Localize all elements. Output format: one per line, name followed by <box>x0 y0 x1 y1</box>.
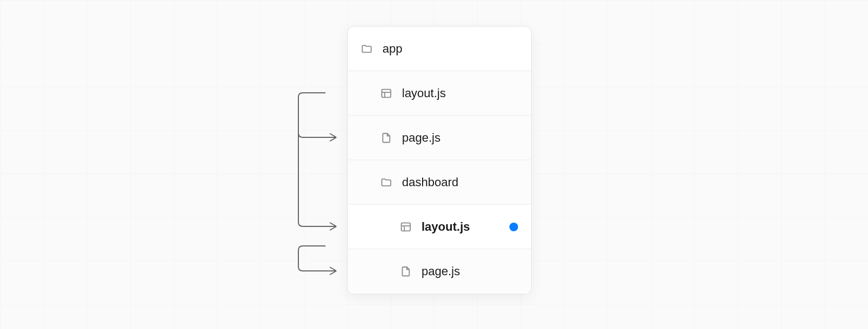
tree-item-folder-dashboard[interactable]: dashboard <box>348 160 531 205</box>
layout-icon <box>380 87 392 99</box>
file-icon <box>400 265 412 277</box>
file-icon <box>380 132 392 144</box>
tree-root[interactable]: app <box>348 27 531 71</box>
svg-rect-1 <box>401 223 411 231</box>
tree-item-layout-nested[interactable]: layout.js <box>348 205 531 249</box>
tree-item-label: layout.js <box>422 220 500 234</box>
diagram-stage: app layout.js page.js <box>0 0 868 329</box>
folder-icon <box>380 176 392 188</box>
tree-root-label: app <box>382 42 518 56</box>
tree-item-label: dashboard <box>402 175 518 189</box>
folder-icon <box>361 43 373 55</box>
tree-item-page-nested[interactable]: page.js <box>348 249 531 294</box>
active-dot-icon <box>509 223 518 231</box>
svg-rect-0 <box>382 89 391 97</box>
tree-item-label: page.js <box>402 131 518 145</box>
tree-item-label: page.js <box>422 264 518 279</box>
connector-arrows <box>293 26 347 298</box>
layout-icon <box>400 221 412 233</box>
tree-item-layout[interactable]: layout.js <box>348 71 531 116</box>
tree-item-label: layout.js <box>402 86 518 100</box>
file-tree-panel: app layout.js page.js <box>347 26 532 294</box>
tree-item-page[interactable]: page.js <box>348 116 531 160</box>
